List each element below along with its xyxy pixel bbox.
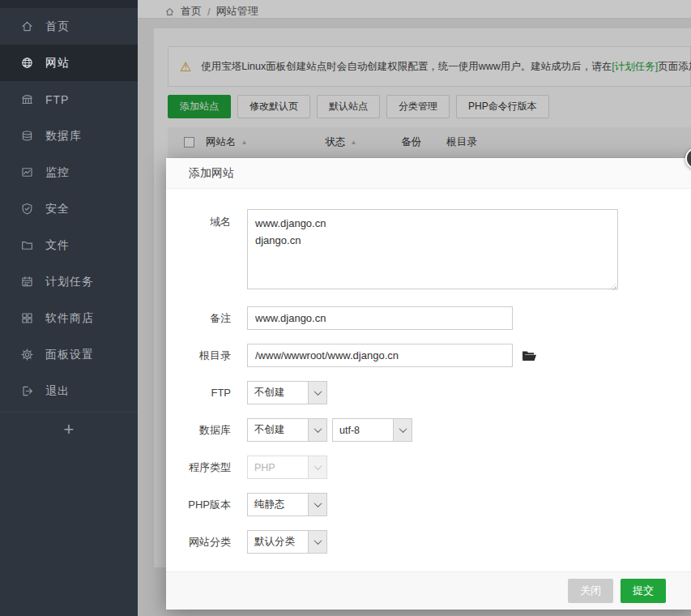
php-version-label: PHP版本 [166,498,247,512]
database-icon [20,129,34,143]
ftp-select[interactable]: 不创建 [247,381,327,404]
root-dir-label: 根目录 [166,349,247,363]
shield-icon [20,202,34,216]
sidebar-item-settings[interactable]: 面板设置 [0,336,138,373]
sidebar-item-home[interactable]: 首页 [0,8,138,45]
sidebar-item-label: 安全 [45,202,70,216]
modal-title: 添加网站 [166,158,691,189]
root-dir-input[interactable] [247,344,513,367]
site-category-select[interactable]: 默认分类 [247,530,327,554]
charset-select[interactable]: utf-8 [332,418,412,442]
site-category-select-value: 默认分类 [248,531,308,553]
sidebar-item-label: 监控 [45,165,70,180]
appstore-icon [20,311,34,325]
sidebar-item-label: 面板设置 [45,348,94,362]
app-type-select: PHP [247,456,327,479]
sidebar-item-label: 计划任务 [45,275,94,289]
sidebar-item-label: 首页 [45,19,70,34]
app-type-select-value: PHP [248,456,308,478]
chevron-down-icon [308,456,326,478]
add-site-form: 域名 www.django.cn django.cn 备注 根目录 FTP [166,189,691,554]
app-type-label: 程序类型 [166,460,247,475]
gear-icon [20,348,34,361]
close-button[interactable]: 关闭 [568,579,613,603]
sidebar-item-monitor[interactable]: 监控 [0,154,138,190]
sidebar-item-sites[interactable]: 网站 [0,45,138,81]
remark-input[interactable] [247,306,513,330]
submit-button[interactable]: 提交 [621,579,666,603]
sidebar-add-button[interactable]: + [0,413,138,447]
database-select[interactable]: 不创建 [247,418,327,442]
charset-select-value: utf-8 [333,419,393,441]
bt-panel-screen: 首页 网站 FTP 数据库 监控 安全 文件 计划任务 [0,0,691,616]
site-category-label: 网站分类 [166,535,247,550]
ftp-server-icon [20,92,34,106]
sidebar-item-label: 网站 [45,56,70,71]
domain-textarea[interactable]: www.django.cn django.cn [247,209,618,289]
browse-folder-icon[interactable] [522,349,537,362]
globe-icon [20,56,34,70]
folder-icon [20,238,34,252]
sidebar-item-logout[interactable]: 退出 [0,373,138,409]
logout-icon [20,384,34,398]
sidebar-item-cron[interactable]: 计划任务 [0,263,138,300]
chevron-down-icon [308,382,326,404]
ftp-label: FTP [166,387,247,399]
modal-footer: 关闭 提交 [166,571,691,610]
sidebar-item-appstore[interactable]: 软件商店 [0,300,138,336]
sidebar-item-label: 数据库 [45,129,82,143]
sidebar: 首页 网站 FTP 数据库 监控 安全 文件 计划任务 [0,0,138,616]
php-version-select[interactable]: 纯静态 [247,493,327,516]
sidebar-item-label: 软件商店 [45,311,94,326]
sidebar-item-label: 文件 [45,238,70,253]
chevron-down-icon [308,531,326,553]
database-label: 数据库 [166,423,247,438]
sidebar-item-files[interactable]: 文件 [0,227,138,263]
database-select-value: 不创建 [248,419,308,441]
monitor-icon [20,165,34,179]
home-icon [20,19,34,33]
add-site-modal: ✕ 添加网站 域名 www.django.cn django.cn 备注 根目录 [166,158,691,610]
ftp-select-value: 不创建 [248,382,308,404]
calendar-icon [20,275,34,289]
chevron-down-icon [308,494,326,515]
remark-label: 备注 [166,311,247,326]
sidebar-item-database[interactable]: 数据库 [0,118,138,154]
sidebar-top-strip [0,0,138,8]
sidebar-item-ftp[interactable]: FTP [0,81,138,118]
chevron-down-icon [308,419,326,441]
sidebar-item-security[interactable]: 安全 [0,190,138,227]
sidebar-item-label: FTP [45,93,69,106]
sidebar-item-label: 退出 [45,384,70,399]
php-version-select-value: 纯静态 [248,494,308,515]
chevron-down-icon [393,419,412,441]
domain-label: 域名 [166,209,247,229]
